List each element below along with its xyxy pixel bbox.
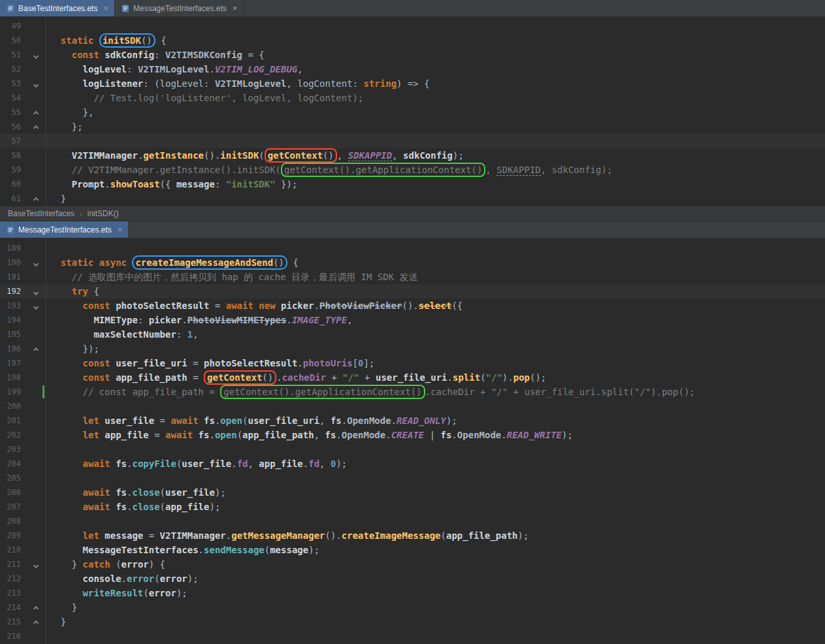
code-line[interactable]: 203 [0,442,825,457]
code-line[interactable]: 213 writeResult(error); [0,586,825,600]
line-number[interactable]: 61 [0,191,26,206]
tab-close-icon[interactable]: × [103,4,108,12]
fold-down-icon[interactable] [26,48,46,62]
code-line[interactable]: 200 [0,399,825,413]
code-line[interactable]: 189 [0,241,825,255]
line-number[interactable]: 201 [0,413,26,428]
code-line[interactable]: 195 maxSelectNumber: 1, [0,327,825,342]
line-number[interactable]: 202 [0,428,26,442]
line-number[interactable]: 215 [0,615,26,629]
code-line[interactable]: 56 }; [0,120,825,134]
breadcrumb-item-method[interactable]: initSDK() [88,209,119,218]
line-number[interactable]: 211 [0,557,26,572]
code-line[interactable]: 53 logListener: (logLevel: V2TIMLogLevel… [0,76,825,91]
line-number[interactable]: 207 [0,500,26,514]
code-line[interactable]: 201 let user_file = await fs.open(user_f… [0,413,825,428]
fold-up-icon[interactable] [26,105,46,120]
line-number[interactable]: 191 [0,270,26,284]
code-line[interactable]: 212 console.error(error); [0,572,825,586]
fold-down-icon[interactable] [26,557,46,572]
code-line[interactable]: 208 [0,514,825,528]
code-line[interactable]: 214 } [0,600,825,615]
line-number[interactable]: 51 [0,48,26,62]
code-line[interactable]: 61 } [0,191,825,206]
fold-down-icon[interactable] [26,76,46,91]
line-number[interactable]: 60 [0,177,26,191]
fold-up-icon[interactable] [26,615,46,629]
editor-tab[interactable]: MessageTestInterfaces.ets× [115,0,244,16]
code-line[interactable]: 55 }, [0,105,825,120]
line-number[interactable]: 195 [0,327,26,342]
fold-up-icon[interactable] [26,342,46,356]
line-number[interactable]: 208 [0,514,26,528]
line-number[interactable]: 59 [0,163,26,177]
fold-down-icon[interactable] [26,298,46,313]
code-line[interactable]: 197 const user_file_uri = photoSelectRes… [0,356,825,370]
code-line[interactable]: 58 V2TIMManager.getInstance().initSDK(ge… [0,148,825,163]
code-line[interactable]: 193 const photoSelectResult = await new … [0,298,825,313]
code-line[interactable]: 207 await fs.close(app_file); [0,500,825,514]
code-line[interactable]: 211 } catch (error) { [0,557,825,572]
code-line[interactable]: 50 static initSDK() { [0,33,825,48]
code-line[interactable]: 199 // const app_file_path = getContext(… [0,385,825,399]
line-number[interactable]: 58 [0,148,26,163]
line-number[interactable]: 206 [0,485,26,500]
tab-close-icon[interactable]: × [118,225,123,234]
line-number[interactable]: 212 [0,572,26,586]
code-line[interactable]: 192 try { [0,284,825,298]
line-number[interactable]: 50 [0,33,26,48]
code-line[interactable]: 190 static async createImageMessageAndSe… [0,255,825,270]
code-line[interactable]: 52 logLevel: V2TIMLogLevel.V2TIM_LOG_DEB… [0,62,825,76]
code-line[interactable]: 215 } [0,615,825,629]
code-line[interactable]: 51 const sdkConfig: V2TIMSDKConfig = { [0,48,825,62]
line-number[interactable]: 57 [0,134,26,148]
line-number[interactable]: 200 [0,399,26,413]
line-number[interactable]: 194 [0,313,26,327]
code-line[interactable]: 59 // V2TIMManager.getInstance().initSDK… [0,163,825,177]
code-line[interactable]: 49 [0,19,825,33]
line-number[interactable]: 209 [0,528,26,543]
fold-up-icon[interactable] [26,600,46,615]
line-number[interactable]: 56 [0,120,26,134]
line-number[interactable]: 52 [0,62,26,76]
fold-up-icon[interactable] [26,120,46,134]
top-code-editor[interactable]: 4950 static initSDK() {51 const sdkConfi… [0,17,825,206]
code-line[interactable]: 205 [0,471,825,485]
tab-close-icon[interactable]: × [233,4,238,12]
code-line[interactable]: 210 MessageTestInterfaces.sendMessage(me… [0,543,825,557]
code-line[interactable]: 216 [0,629,825,643]
line-number[interactable]: 196 [0,342,26,356]
line-number[interactable]: 192 [0,284,26,298]
line-number[interactable]: 199 [0,385,26,399]
code-line[interactable]: 60 Prompt.showToast({ message: "initSDK"… [0,177,825,191]
code-line[interactable]: 54 // Test.log('logListener', logLevel, … [0,91,825,105]
line-number[interactable]: 190 [0,255,26,270]
code-line[interactable]: 191 // 选取图库中的图片，然后拷贝到 hap 的 cache 目录，最后调… [0,270,825,284]
line-number[interactable]: 213 [0,586,26,600]
line-number[interactable]: 53 [0,76,26,91]
code-line[interactable]: 206 await fs.close(user_file); [0,485,825,500]
editor-tab[interactable]: BaseTestInterfaces.ets× [0,0,115,16]
code-line[interactable]: 196 }); [0,342,825,356]
code-line[interactable]: 202 let app_file = await fs.open(app_fil… [0,428,825,442]
line-number[interactable]: 197 [0,356,26,370]
code-line[interactable]: 198 const app_file_path = getContext().c… [0,370,825,385]
line-number[interactable]: 203 [0,442,26,457]
line-number[interactable]: 193 [0,298,26,313]
editor-tab[interactable]: MessageTestInterfaces.ets× [0,221,129,238]
code-line[interactable]: 194 MIMEType: picker.PhotoViewMIMETypes.… [0,313,825,327]
fold-up-icon[interactable] [26,191,46,206]
line-number[interactable]: 204 [0,457,26,471]
code-line[interactable]: 57 [0,134,825,148]
line-number[interactable]: 54 [0,91,26,105]
line-number[interactable]: 214 [0,600,26,615]
line-number[interactable]: 210 [0,543,26,557]
code-line[interactable]: 204 await fs.copyFile(user_file.fd, app_… [0,457,825,471]
line-number[interactable]: 49 [0,19,26,33]
bottom-code-editor[interactable]: 189190 static async createImageMessageAn… [0,238,825,644]
line-number[interactable]: 216 [0,629,26,643]
fold-down-icon[interactable] [26,255,46,270]
line-number[interactable]: 55 [0,105,26,120]
line-number[interactable]: 189 [0,241,26,255]
line-number[interactable]: 198 [0,370,26,385]
